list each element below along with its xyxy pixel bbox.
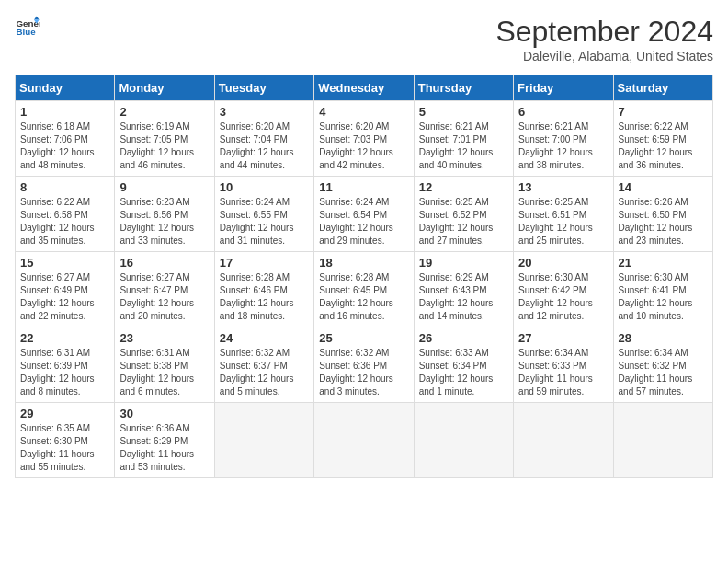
day-info: Sunrise: 6:33 AM Sunset: 6:34 PM Dayligh… bbox=[419, 347, 508, 398]
calendar-cell: 2Sunrise: 6:19 AM Sunset: 7:05 PM Daylig… bbox=[115, 101, 214, 177]
day-info: Sunrise: 6:24 AM Sunset: 6:55 PM Dayligh… bbox=[220, 196, 309, 247]
calendar-cell: 19Sunrise: 6:29 AM Sunset: 6:43 PM Dayli… bbox=[414, 252, 513, 327]
calendar-cell: 10Sunrise: 6:24 AM Sunset: 6:55 PM Dayli… bbox=[214, 177, 313, 252]
calendar-cell: 18Sunrise: 6:28 AM Sunset: 6:45 PM Dayli… bbox=[314, 252, 414, 327]
calendar-cell: 27Sunrise: 6:34 AM Sunset: 6:33 PM Dayli… bbox=[514, 327, 613, 403]
calendar-cell: 12Sunrise: 6:25 AM Sunset: 6:52 PM Dayli… bbox=[414, 177, 513, 252]
day-info: Sunrise: 6:21 AM Sunset: 7:00 PM Dayligh… bbox=[518, 121, 608, 172]
day-number: 27 bbox=[518, 331, 608, 345]
col-saturday: Saturday bbox=[613, 75, 712, 101]
calendar-cell: 22Sunrise: 6:31 AM Sunset: 6:39 PM Dayli… bbox=[16, 327, 115, 403]
day-number: 5 bbox=[419, 105, 508, 119]
day-info: Sunrise: 6:19 AM Sunset: 7:05 PM Dayligh… bbox=[119, 121, 209, 172]
calendar-cell: 9Sunrise: 6:23 AM Sunset: 6:56 PM Daylig… bbox=[115, 177, 214, 252]
day-info: Sunrise: 6:34 AM Sunset: 6:33 PM Dayligh… bbox=[518, 347, 608, 398]
calendar-cell: 8Sunrise: 6:22 AM Sunset: 6:58 PM Daylig… bbox=[16, 177, 115, 252]
day-info: Sunrise: 6:20 AM Sunset: 7:03 PM Dayligh… bbox=[319, 121, 408, 172]
day-number: 2 bbox=[119, 105, 209, 119]
day-number: 17 bbox=[220, 256, 309, 270]
day-number: 19 bbox=[419, 256, 508, 270]
calendar-cell: 16Sunrise: 6:27 AM Sunset: 6:47 PM Dayli… bbox=[115, 252, 214, 327]
calendar-week-3: 15Sunrise: 6:27 AM Sunset: 6:49 PM Dayli… bbox=[16, 252, 713, 327]
day-info: Sunrise: 6:30 AM Sunset: 6:41 PM Dayligh… bbox=[619, 271, 708, 323]
day-info: Sunrise: 6:31 AM Sunset: 6:39 PM Dayligh… bbox=[20, 347, 109, 398]
month-title: September 2024 bbox=[495, 15, 713, 49]
day-number: 14 bbox=[619, 180, 708, 194]
col-thursday: Thursday bbox=[414, 75, 513, 101]
day-number: 9 bbox=[119, 180, 209, 194]
day-number: 30 bbox=[119, 407, 209, 420]
calendar-cell: 28Sunrise: 6:34 AM Sunset: 6:32 PM Dayli… bbox=[613, 327, 712, 403]
day-number: 21 bbox=[619, 256, 708, 270]
day-info: Sunrise: 6:25 AM Sunset: 6:52 PM Dayligh… bbox=[419, 196, 508, 247]
col-wednesday: Wednesday bbox=[314, 75, 414, 101]
calendar-week-5: 29Sunrise: 6:35 AM Sunset: 6:30 PM Dayli… bbox=[16, 403, 713, 478]
calendar-table: Sunday Monday Tuesday Wednesday Thursday… bbox=[15, 75, 713, 478]
day-info: Sunrise: 6:26 AM Sunset: 6:50 PM Dayligh… bbox=[619, 196, 708, 247]
day-number: 28 bbox=[619, 331, 708, 345]
calendar-cell: 14Sunrise: 6:26 AM Sunset: 6:50 PM Dayli… bbox=[613, 177, 712, 252]
day-info: Sunrise: 6:30 AM Sunset: 6:42 PM Dayligh… bbox=[518, 271, 608, 323]
day-number: 24 bbox=[220, 331, 309, 345]
day-info: Sunrise: 6:28 AM Sunset: 6:46 PM Dayligh… bbox=[220, 271, 309, 323]
calendar-cell bbox=[314, 403, 414, 478]
day-info: Sunrise: 6:32 AM Sunset: 6:37 PM Dayligh… bbox=[220, 347, 309, 398]
calendar-cell bbox=[214, 403, 313, 478]
location: Daleville, Alabama, United States bbox=[495, 49, 713, 63]
title-block: September 2024 Daleville, Alabama, Unite… bbox=[495, 15, 713, 63]
svg-text:Blue: Blue bbox=[16, 27, 36, 37]
calendar-cell: 13Sunrise: 6:25 AM Sunset: 6:51 PM Dayli… bbox=[514, 177, 613, 252]
day-info: Sunrise: 6:29 AM Sunset: 6:43 PM Dayligh… bbox=[419, 271, 508, 323]
day-number: 13 bbox=[518, 180, 608, 194]
calendar-cell: 6Sunrise: 6:21 AM Sunset: 7:00 PM Daylig… bbox=[514, 101, 613, 177]
header-row: Sunday Monday Tuesday Wednesday Thursday… bbox=[16, 75, 713, 101]
day-number: 26 bbox=[419, 331, 508, 345]
calendar-cell: 4Sunrise: 6:20 AM Sunset: 7:03 PM Daylig… bbox=[314, 101, 414, 177]
calendar-week-1: 1Sunrise: 6:18 AM Sunset: 7:06 PM Daylig… bbox=[16, 101, 713, 177]
calendar-cell: 11Sunrise: 6:24 AM Sunset: 6:54 PM Dayli… bbox=[314, 177, 414, 252]
calendar-cell: 3Sunrise: 6:20 AM Sunset: 7:04 PM Daylig… bbox=[214, 101, 313, 177]
page-header: General Blue September 2024 Daleville, A… bbox=[15, 15, 713, 63]
day-number: 22 bbox=[20, 331, 109, 345]
day-info: Sunrise: 6:34 AM Sunset: 6:32 PM Dayligh… bbox=[619, 347, 708, 398]
day-info: Sunrise: 6:21 AM Sunset: 7:01 PM Dayligh… bbox=[419, 121, 508, 172]
calendar-cell: 29Sunrise: 6:35 AM Sunset: 6:30 PM Dayli… bbox=[16, 403, 115, 478]
logo: General Blue bbox=[15, 15, 40, 40]
day-number: 6 bbox=[518, 105, 608, 119]
day-number: 20 bbox=[518, 256, 608, 270]
calendar-cell bbox=[514, 403, 613, 478]
calendar-cell: 17Sunrise: 6:28 AM Sunset: 6:46 PM Dayli… bbox=[214, 252, 313, 327]
day-info: Sunrise: 6:31 AM Sunset: 6:38 PM Dayligh… bbox=[119, 347, 209, 398]
calendar-cell: 24Sunrise: 6:32 AM Sunset: 6:37 PM Dayli… bbox=[214, 327, 313, 403]
day-number: 8 bbox=[20, 180, 109, 194]
day-number: 4 bbox=[319, 105, 408, 119]
calendar-week-4: 22Sunrise: 6:31 AM Sunset: 6:39 PM Dayli… bbox=[16, 327, 713, 403]
col-monday: Monday bbox=[115, 75, 214, 101]
col-sunday: Sunday bbox=[16, 75, 115, 101]
day-info: Sunrise: 6:24 AM Sunset: 6:54 PM Dayligh… bbox=[319, 196, 408, 247]
calendar-cell: 5Sunrise: 6:21 AM Sunset: 7:01 PM Daylig… bbox=[414, 101, 513, 177]
day-number: 11 bbox=[319, 180, 408, 194]
day-info: Sunrise: 6:20 AM Sunset: 7:04 PM Dayligh… bbox=[220, 121, 309, 172]
day-info: Sunrise: 6:22 AM Sunset: 6:59 PM Dayligh… bbox=[619, 121, 708, 172]
day-info: Sunrise: 6:32 AM Sunset: 6:36 PM Dayligh… bbox=[319, 347, 408, 398]
day-info: Sunrise: 6:36 AM Sunset: 6:29 PM Dayligh… bbox=[119, 422, 209, 474]
day-number: 29 bbox=[20, 407, 109, 420]
calendar-cell: 25Sunrise: 6:32 AM Sunset: 6:36 PM Dayli… bbox=[314, 327, 414, 403]
calendar-cell bbox=[613, 403, 712, 478]
calendar-cell: 26Sunrise: 6:33 AM Sunset: 6:34 PM Dayli… bbox=[414, 327, 513, 403]
day-number: 3 bbox=[220, 105, 309, 119]
day-number: 12 bbox=[419, 180, 508, 194]
day-info: Sunrise: 6:18 AM Sunset: 7:06 PM Dayligh… bbox=[20, 121, 109, 172]
day-info: Sunrise: 6:22 AM Sunset: 6:58 PM Dayligh… bbox=[20, 196, 109, 247]
calendar-cell: 23Sunrise: 6:31 AM Sunset: 6:38 PM Dayli… bbox=[115, 327, 214, 403]
day-number: 16 bbox=[119, 256, 209, 270]
day-number: 7 bbox=[619, 105, 708, 119]
day-info: Sunrise: 6:23 AM Sunset: 6:56 PM Dayligh… bbox=[119, 196, 209, 247]
calendar-cell: 1Sunrise: 6:18 AM Sunset: 7:06 PM Daylig… bbox=[16, 101, 115, 177]
calendar-cell: 15Sunrise: 6:27 AM Sunset: 6:49 PM Dayli… bbox=[16, 252, 115, 327]
day-info: Sunrise: 6:35 AM Sunset: 6:30 PM Dayligh… bbox=[20, 422, 109, 474]
calendar-cell: 7Sunrise: 6:22 AM Sunset: 6:59 PM Daylig… bbox=[613, 101, 712, 177]
calendar-cell bbox=[414, 403, 513, 478]
col-tuesday: Tuesday bbox=[214, 75, 313, 101]
